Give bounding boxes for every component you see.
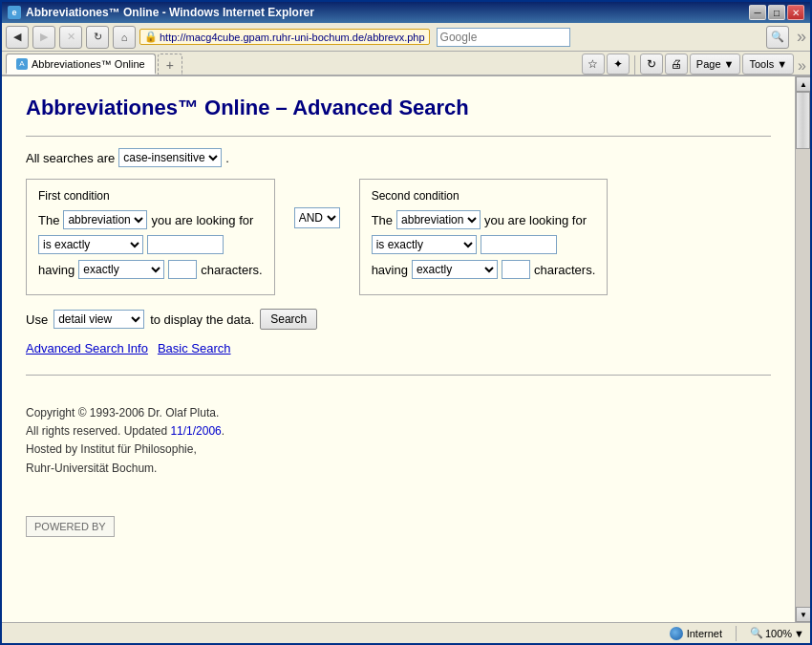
copyright-line2: All rights reserved. Updated 11/1/2006.: [26, 422, 771, 441]
basic-search-link[interactable]: Basic Search: [158, 341, 231, 355]
advanced-search-info-link[interactable]: Advanced Search Info: [26, 341, 148, 355]
scroll-track[interactable]: [796, 92, 810, 607]
content-area: Abbreviationes™ Online – Advanced Search…: [2, 76, 810, 622]
scroll-up-arrow[interactable]: ▲: [796, 76, 810, 92]
first-search-input[interactable]: [147, 235, 224, 254]
toolbar-sep-1: [634, 55, 635, 75]
first-condition-box: First condition The abbreviation expansi…: [26, 179, 275, 295]
all-searches-text: All searches are: [26, 151, 115, 165]
second-the-label: The: [372, 213, 393, 227]
zone-label: Internet: [687, 628, 722, 639]
second-field-select[interactable]: abbreviation expansion note: [396, 210, 481, 229]
maximize-button[interactable]: □: [768, 5, 785, 20]
second-characters-label: characters.: [534, 263, 595, 277]
powered-by-label: POWERED BY: [34, 521, 106, 532]
connector-select[interactable]: AND OR: [294, 207, 340, 228]
copyright-section: Copyright © 1993-2006 Dr. Olaf Pluta. Al…: [26, 404, 771, 478]
second-char-count-input[interactable]: [502, 260, 530, 279]
copyright-line3: Hosted by Institut für Philosophie,: [26, 441, 771, 459]
first-char-count-select[interactable]: exactly at most at least: [78, 260, 164, 279]
powered-by-box: POWERED BY: [26, 516, 115, 537]
scrollbar[interactable]: ▲ ▼: [795, 76, 810, 622]
browser-window: e Abbreviationes™ Online - Windows Inter…: [0, 0, 812, 645]
status-bar: Internet 🔍 100% ▼: [2, 622, 810, 643]
tabs-bar: A Abbreviationes™ Online + ☆ ✦ ↻ 🖨 Page …: [2, 52, 810, 76]
google-search-input[interactable]: [437, 28, 570, 47]
case-sensitivity-suffix: .: [225, 151, 229, 165]
new-tab-button[interactable]: +: [158, 54, 182, 75]
forward-button[interactable]: ▶: [32, 26, 55, 49]
status-right: Internet 🔍 100% ▼: [670, 626, 804, 641]
first-field-select[interactable]: abbreviation expansion note: [63, 210, 147, 229]
title-bar-buttons: ─ □ ✕: [749, 5, 804, 20]
first-condition-field-row: The abbreviation expansion note you are …: [38, 210, 263, 229]
title-bar: e Abbreviationes™ Online - Windows Inter…: [2, 2, 810, 23]
second-condition-select[interactable]: is exactly contains starts with ends wit…: [372, 235, 477, 254]
address-icon-symbol: 🔒: [144, 31, 158, 43]
second-search-input[interactable]: [481, 235, 557, 254]
tools-menu-label: Tools ▼: [749, 58, 787, 70]
searches-label: All searches are case-insensitive .: [26, 148, 771, 167]
tools-menu-button[interactable]: Tools ▼: [742, 54, 794, 75]
page-menu-label: Page ▼: [696, 58, 735, 70]
second-having-label: having: [372, 263, 408, 277]
divider-1: [26, 136, 771, 137]
refresh-page-button[interactable]: ↻: [640, 54, 663, 75]
use-row: Use detail view compact view list view t…: [26, 309, 771, 330]
scroll-thumb[interactable]: [796, 92, 810, 149]
stop-button[interactable]: ✕: [59, 26, 82, 49]
display-select[interactable]: detail view compact view list view: [53, 310, 144, 329]
toolbar-more-button[interactable]: »: [798, 57, 806, 75]
links-row: Advanced Search Info Basic Search: [26, 341, 771, 355]
home-button[interactable]: ⌂: [113, 26, 136, 49]
search-button[interactable]: Search: [260, 309, 317, 330]
minimize-button[interactable]: ─: [749, 5, 766, 20]
ie-icon: e: [8, 6, 21, 19]
conditions-row: First condition The abbreviation expansi…: [26, 179, 771, 295]
first-condition-chars-row: having exactly at most at least characte…: [38, 260, 263, 279]
address-bar-url[interactable]: http://macg4cube.gpam.ruhr-uni-bochum.de…: [160, 32, 425, 43]
first-condition-title: First condition: [38, 189, 263, 203]
connector-box: AND OR: [294, 179, 340, 228]
second-condition-title: Second condition: [372, 189, 596, 203]
internet-icon: [670, 627, 683, 640]
back-button[interactable]: ◀: [6, 26, 29, 49]
display-suffix: to display the data.: [150, 312, 254, 327]
copyright-line4: Ruhr-Universität Bochum.: [26, 460, 771, 478]
second-char-count-select[interactable]: exactly at most at least: [412, 260, 498, 279]
case-sensitivity-select[interactable]: case-insensitive: [118, 148, 222, 167]
use-label: Use: [26, 312, 48, 327]
page-content: Abbreviationes™ Online – Advanced Search…: [2, 76, 795, 622]
close-button[interactable]: ✕: [787, 5, 804, 20]
first-characters-label: characters.: [201, 263, 262, 277]
scroll-down-arrow[interactable]: ▼: [796, 607, 810, 622]
second-looking-for-label: you are looking for: [484, 213, 587, 227]
window-title: Abbreviationes™ Online - Windows Interne…: [26, 6, 314, 19]
favorites-button[interactable]: ☆: [582, 54, 605, 75]
copyright-period: .: [222, 424, 224, 438]
zoom-arrow: ▼: [794, 628, 804, 639]
nav-bar: ◀ ▶ ✕ ↻ ⌂ 🔒 http://macg4cube.gpam.ruhr-u…: [2, 23, 810, 52]
add-favorites-button[interactable]: ✦: [607, 54, 630, 75]
second-condition-box: Second condition The abbreviation expans…: [359, 179, 609, 295]
active-tab[interactable]: A Abbreviationes™ Online: [6, 54, 156, 75]
divider-2: [26, 375, 771, 376]
second-condition-chars-row: having exactly at most at least characte…: [372, 260, 596, 279]
first-condition-value-row: is exactly contains starts with ends wit…: [38, 235, 263, 254]
more-options-button[interactable]: »: [797, 27, 806, 47]
tab-favicon: A: [16, 58, 28, 70]
first-condition-select[interactable]: is exactly contains starts with ends wit…: [38, 235, 143, 254]
address-bar: 🔒 http://macg4cube.gpam.ruhr-uni-bochum.…: [139, 28, 762, 47]
first-char-count-input[interactable]: [168, 260, 197, 279]
copyright-line1: Copyright © 1993-2006 Dr. Olaf Pluta.: [26, 404, 771, 422]
copyright-date: 11/1/2006: [170, 424, 221, 438]
second-condition-field-row: The abbreviation expansion note you are …: [372, 210, 596, 229]
print-button[interactable]: 🖨: [665, 54, 688, 75]
tab-label: Abbreviationes™ Online: [32, 58, 145, 70]
status-separator: [736, 626, 737, 641]
nav-search-button[interactable]: 🔍: [766, 26, 789, 49]
zoom-control[interactable]: 🔍 100% ▼: [750, 627, 804, 639]
first-looking-for-label: you are looking for: [151, 213, 253, 227]
refresh-button[interactable]: ↻: [86, 26, 109, 49]
page-menu-button[interactable]: Page ▼: [690, 54, 741, 75]
